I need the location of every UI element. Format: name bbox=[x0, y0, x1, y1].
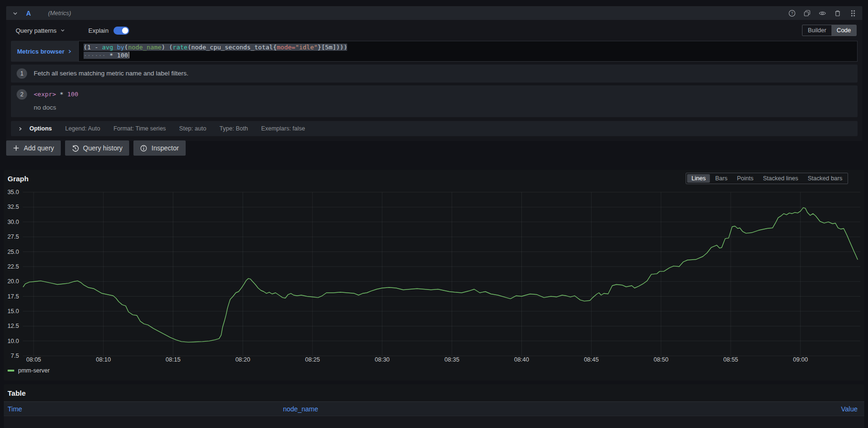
query-patterns-dropdown[interactable]: Query patterns bbox=[16, 27, 66, 34]
svg-text:17.5: 17.5 bbox=[8, 293, 19, 300]
editor-mode-switch: Builder Code bbox=[802, 25, 857, 36]
query-option-summary: Format: Time series bbox=[113, 125, 166, 132]
promql-code-editor[interactable]: (1 - avg by(node_name) (rate(node_cpu_se… bbox=[78, 41, 858, 62]
svg-text:08:50: 08:50 bbox=[653, 356, 668, 363]
query-option-summary: Exemplars: false bbox=[261, 125, 305, 132]
svg-text:08:25: 08:25 bbox=[305, 356, 320, 363]
drag-grip-icon[interactable] bbox=[849, 9, 857, 17]
chevron-right-icon bbox=[67, 49, 72, 54]
code-token: mode= bbox=[277, 44, 295, 51]
table-panel-title: Table bbox=[4, 384, 864, 397]
svg-text:?: ? bbox=[791, 11, 793, 16]
svg-text:08:35: 08:35 bbox=[444, 356, 459, 363]
query-patterns-label: Query patterns bbox=[16, 27, 57, 34]
explore-actions: Add query Query history Inspector bbox=[6, 140, 186, 156]
graph-mode-stacked-lines[interactable]: Stacked lines bbox=[759, 174, 802, 183]
inspector-label: Inspector bbox=[151, 144, 179, 152]
explain-control: Explain bbox=[88, 27, 129, 35]
table-column-value[interactable]: Value bbox=[722, 405, 864, 413]
metrics-browser-button[interactable]: Metrics browser bbox=[11, 41, 78, 62]
query-ref-id[interactable]: A bbox=[26, 9, 31, 17]
explain-toggle[interactable] bbox=[113, 27, 129, 35]
svg-text:25.0: 25.0 bbox=[8, 249, 19, 255]
svg-text:08:30: 08:30 bbox=[375, 356, 389, 363]
metrics-browser-label: Metrics browser bbox=[17, 48, 65, 55]
query-option-summary: Type: Both bbox=[219, 125, 248, 132]
svg-text:30.0: 30.0 bbox=[8, 219, 19, 225]
code-token: by bbox=[117, 44, 124, 51]
code-token: avg bbox=[102, 44, 117, 51]
query-datasource-type: (Metrics) bbox=[48, 10, 71, 17]
code-token: rate bbox=[173, 44, 188, 51]
svg-text:08:15: 08:15 bbox=[166, 356, 180, 363]
graph-mode-bars[interactable]: Bars bbox=[711, 174, 732, 183]
legend-color-swatch bbox=[8, 370, 14, 372]
hide-response-eye-icon[interactable] bbox=[819, 9, 826, 17]
legend-series-label: pmm-server bbox=[18, 367, 50, 374]
svg-text:10.0: 10.0 bbox=[8, 338, 19, 344]
graph-style-tabs: LinesBarsPointsStacked linesStacked bars bbox=[686, 173, 848, 184]
help-icon[interactable]: ? bbox=[788, 9, 796, 17]
code-token: }[5m]))) bbox=[318, 44, 348, 51]
graph-mode-lines[interactable]: Lines bbox=[687, 174, 710, 183]
explain-step-2: 2 <expr> * 100 no docs bbox=[11, 85, 858, 117]
history-icon bbox=[72, 145, 79, 152]
code-token: 100 bbox=[117, 52, 128, 59]
code-mode-option[interactable]: Code bbox=[831, 25, 856, 36]
svg-text:32.5: 32.5 bbox=[8, 204, 19, 210]
svg-text:08:05: 08:05 bbox=[26, 356, 41, 363]
svg-text:08:20: 08:20 bbox=[236, 356, 250, 363]
query-editor-row: Metrics browser (1 - avg by(node_name) (… bbox=[11, 41, 858, 62]
duplicate-icon[interactable] bbox=[803, 9, 811, 17]
query-option-summary: Step: auto bbox=[179, 125, 206, 132]
delete-query-trash-icon[interactable] bbox=[834, 9, 841, 17]
svg-text:27.5: 27.5 bbox=[8, 233, 19, 240]
step-docs-note: no docs bbox=[34, 104, 78, 111]
collapse-chevron-icon[interactable] bbox=[12, 10, 19, 17]
graph-mode-points[interactable]: Points bbox=[733, 174, 758, 183]
chevron-down-icon bbox=[60, 28, 66, 33]
svg-text:35.0: 35.0 bbox=[8, 189, 19, 195]
code-token: 100 bbox=[67, 91, 78, 98]
graph-svg[interactable]: 35.032.530.027.525.022.520.017.515.012.5… bbox=[4, 189, 864, 367]
add-query-button[interactable]: Add query bbox=[6, 140, 61, 156]
svg-text:09:00: 09:00 bbox=[793, 356, 808, 363]
legend-item-pmm-server[interactable]: pmm-server bbox=[8, 367, 50, 374]
explain-step-1: 1 Fetch all series matching metric name … bbox=[11, 65, 858, 83]
add-query-label: Add query bbox=[24, 144, 54, 152]
table-column-node_name[interactable]: node_name bbox=[283, 405, 722, 413]
graph-mode-stacked-bars[interactable]: Stacked bars bbox=[803, 174, 847, 183]
inspector-button[interactable]: Inspector bbox=[133, 140, 186, 156]
options-title: Options bbox=[29, 125, 52, 132]
code-token: (node_cpu_seconds_total{ bbox=[188, 44, 277, 51]
query-options-row[interactable]: Options Legend: AutoFormat: Time seriesS… bbox=[11, 121, 858, 136]
svg-text:12.5: 12.5 bbox=[8, 323, 19, 329]
table-column-time[interactable]: Time bbox=[4, 405, 283, 413]
builder-mode-option[interactable]: Builder bbox=[802, 25, 831, 36]
table-row[interactable] bbox=[4, 416, 864, 428]
step-description: Fetch all series matching metric name an… bbox=[34, 68, 189, 79]
timeseries-chart[interactable]: 35.032.530.027.525.022.520.017.515.012.5… bbox=[4, 189, 864, 367]
query-editor-section: A (Metrics) ? Query patterns bbox=[6, 6, 862, 141]
query-option-summary: Legend: Auto bbox=[65, 125, 100, 132]
text-caret bbox=[129, 52, 130, 58]
step-2-body: <expr> * 100 no docs bbox=[34, 89, 78, 114]
query-history-button[interactable]: Query history bbox=[65, 140, 129, 156]
query-header-icons: ? bbox=[788, 9, 857, 17]
svg-text:7.5: 7.5 bbox=[11, 353, 19, 359]
whitespace-dots: ······ bbox=[84, 52, 106, 59]
explain-label: Explain bbox=[88, 27, 109, 34]
code-line-2: ······ * 100 bbox=[84, 51, 852, 59]
toggle-knob bbox=[122, 28, 128, 34]
query-row-header[interactable]: A (Metrics) ? bbox=[6, 6, 862, 20]
table-panel: Table Timenode_nameValue bbox=[4, 384, 864, 428]
table-header-row: Timenode_nameValue bbox=[4, 401, 864, 416]
svg-text:15.0: 15.0 bbox=[8, 308, 19, 315]
code-token: ( bbox=[124, 44, 128, 51]
code-line-1: (1 - avg by(node_name) (rate(node_cpu_se… bbox=[84, 43, 852, 51]
code-token: (1 - bbox=[84, 44, 102, 51]
step-number-badge: 1 bbox=[17, 68, 27, 79]
step-expression-code: <expr> * 100 bbox=[34, 89, 78, 100]
svg-text:22.5: 22.5 bbox=[8, 263, 19, 270]
svg-text:08:55: 08:55 bbox=[723, 356, 738, 363]
